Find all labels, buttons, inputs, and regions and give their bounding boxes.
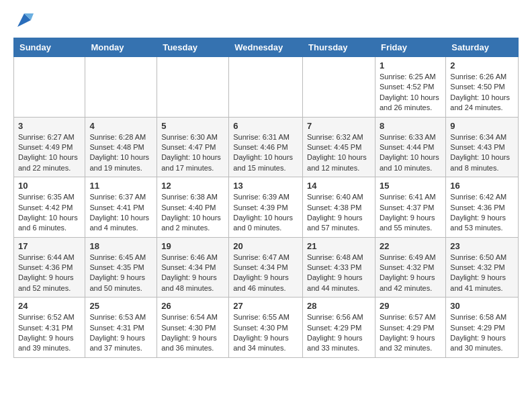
calendar-cell: 25Sunrise: 6:53 AMSunset: 4:31 PMDayligh… bbox=[85, 298, 157, 358]
day-info: Sunrise: 6:44 AMSunset: 4:36 PMDaylight:… bbox=[18, 253, 81, 294]
day-info: Sunrise: 6:40 AMSunset: 4:38 PMDaylight:… bbox=[307, 192, 371, 234]
day-info: Sunrise: 6:49 AMSunset: 4:32 PMDaylight:… bbox=[380, 253, 441, 294]
calendar-cell: 19Sunrise: 6:46 AMSunset: 4:34 PMDayligh… bbox=[157, 237, 229, 298]
day-info: Sunrise: 6:27 AMSunset: 4:49 PMDaylight:… bbox=[18, 132, 81, 174]
day-number: 27 bbox=[233, 301, 298, 311]
day-info: Sunrise: 6:54 AMSunset: 4:30 PMDaylight:… bbox=[161, 312, 224, 354]
day-number: 9 bbox=[450, 121, 514, 131]
calendar-week-row: 10Sunrise: 6:35 AMSunset: 4:42 PMDayligh… bbox=[14, 177, 519, 238]
calendar-cell: 22Sunrise: 6:49 AMSunset: 4:32 PMDayligh… bbox=[375, 237, 445, 298]
day-info: Sunrise: 6:57 AMSunset: 4:29 PMDaylight:… bbox=[380, 312, 441, 354]
day-info: Sunrise: 6:45 AMSunset: 4:35 PMDaylight:… bbox=[89, 253, 152, 294]
day-info: Sunrise: 6:47 AMSunset: 4:34 PMDaylight:… bbox=[233, 253, 298, 294]
day-number: 30 bbox=[450, 301, 514, 311]
calendar-cell: 7Sunrise: 6:32 AMSunset: 4:45 PMDaylight… bbox=[303, 117, 375, 177]
calendar-cell: 11Sunrise: 6:37 AMSunset: 4:41 PMDayligh… bbox=[85, 177, 157, 238]
calendar-cell bbox=[14, 57, 85, 118]
calendar-cell: 23Sunrise: 6:50 AMSunset: 4:32 PMDayligh… bbox=[446, 237, 519, 298]
day-info: Sunrise: 6:33 AMSunset: 4:44 PMDaylight:… bbox=[380, 132, 441, 174]
day-number: 13 bbox=[233, 181, 298, 191]
day-info: Sunrise: 6:41 AMSunset: 4:37 PMDaylight:… bbox=[380, 192, 441, 234]
calendar-cell: 29Sunrise: 6:57 AMSunset: 4:29 PMDayligh… bbox=[375, 298, 445, 358]
page: SundayMondayTuesdayWednesdayThursdayFrid… bbox=[0, 0, 532, 369]
calendar-cell: 9Sunrise: 6:34 AMSunset: 4:43 PMDaylight… bbox=[446, 117, 519, 177]
day-info: Sunrise: 6:56 AMSunset: 4:29 PMDaylight:… bbox=[307, 312, 371, 354]
day-info: Sunrise: 6:30 AMSunset: 4:47 PMDaylight:… bbox=[161, 132, 224, 174]
day-number: 26 bbox=[161, 301, 224, 311]
day-info: Sunrise: 6:48 AMSunset: 4:33 PMDaylight:… bbox=[307, 253, 371, 294]
logo-icon bbox=[15, 11, 34, 30]
day-number: 24 bbox=[18, 301, 81, 311]
day-number: 1 bbox=[380, 60, 441, 71]
calendar-cell: 6Sunrise: 6:31 AMSunset: 4:46 PMDaylight… bbox=[229, 117, 303, 177]
day-info: Sunrise: 6:39 AMSunset: 4:39 PMDaylight:… bbox=[233, 192, 298, 234]
day-number: 19 bbox=[161, 241, 224, 251]
day-info: Sunrise: 6:38 AMSunset: 4:40 PMDaylight:… bbox=[161, 192, 224, 234]
calendar-cell: 15Sunrise: 6:41 AMSunset: 4:37 PMDayligh… bbox=[375, 177, 445, 238]
day-number: 8 bbox=[380, 121, 441, 131]
day-number: 10 bbox=[18, 181, 81, 191]
day-number: 21 bbox=[307, 241, 371, 251]
calendar-cell bbox=[303, 57, 375, 118]
weekday-header: Wednesday bbox=[229, 38, 303, 57]
day-number: 5 bbox=[161, 121, 224, 131]
day-info: Sunrise: 6:55 AMSunset: 4:30 PMDaylight:… bbox=[233, 312, 298, 354]
calendar-cell bbox=[157, 57, 229, 118]
calendar-cell: 5Sunrise: 6:30 AMSunset: 4:47 PMDaylight… bbox=[157, 117, 229, 177]
calendar-cell: 30Sunrise: 6:58 AMSunset: 4:29 PMDayligh… bbox=[446, 298, 519, 358]
header bbox=[13, 11, 519, 30]
day-info: Sunrise: 6:31 AMSunset: 4:46 PMDaylight:… bbox=[233, 132, 298, 174]
calendar-cell: 13Sunrise: 6:39 AMSunset: 4:39 PMDayligh… bbox=[229, 177, 303, 238]
calendar-table: SundayMondayTuesdayWednesdayThursdayFrid… bbox=[13, 38, 519, 358]
calendar-cell: 28Sunrise: 6:56 AMSunset: 4:29 PMDayligh… bbox=[303, 298, 375, 358]
calendar-cell: 18Sunrise: 6:45 AMSunset: 4:35 PMDayligh… bbox=[85, 237, 157, 298]
day-number: 20 bbox=[233, 241, 298, 251]
calendar-week-row: 1Sunrise: 6:25 AMSunset: 4:52 PMDaylight… bbox=[14, 57, 519, 118]
day-number: 28 bbox=[307, 301, 371, 311]
day-info: Sunrise: 6:52 AMSunset: 4:31 PMDaylight:… bbox=[18, 312, 81, 354]
calendar-cell: 3Sunrise: 6:27 AMSunset: 4:49 PMDaylight… bbox=[14, 117, 85, 177]
day-number: 17 bbox=[18, 241, 81, 251]
day-info: Sunrise: 6:58 AMSunset: 4:29 PMDaylight:… bbox=[450, 312, 514, 354]
day-info: Sunrise: 6:53 AMSunset: 4:31 PMDaylight:… bbox=[89, 312, 152, 354]
calendar-cell: 4Sunrise: 6:28 AMSunset: 4:48 PMDaylight… bbox=[85, 117, 157, 177]
day-number: 6 bbox=[233, 121, 298, 131]
weekday-header: Sunday bbox=[14, 38, 85, 57]
weekday-header: Friday bbox=[375, 38, 445, 57]
calendar-cell: 21Sunrise: 6:48 AMSunset: 4:33 PMDayligh… bbox=[303, 237, 375, 298]
day-info: Sunrise: 6:50 AMSunset: 4:32 PMDaylight:… bbox=[450, 253, 514, 294]
calendar-cell: 26Sunrise: 6:54 AMSunset: 4:30 PMDayligh… bbox=[157, 298, 229, 358]
calendar-week-row: 3Sunrise: 6:27 AMSunset: 4:49 PMDaylight… bbox=[14, 117, 519, 177]
day-number: 14 bbox=[307, 181, 371, 191]
weekday-header: Tuesday bbox=[157, 38, 229, 57]
day-number: 16 bbox=[450, 181, 514, 191]
day-number: 11 bbox=[89, 181, 152, 191]
calendar-header-row: SundayMondayTuesdayWednesdayThursdayFrid… bbox=[14, 38, 519, 57]
calendar-cell: 17Sunrise: 6:44 AMSunset: 4:36 PMDayligh… bbox=[14, 237, 85, 298]
day-info: Sunrise: 6:46 AMSunset: 4:34 PMDaylight:… bbox=[161, 253, 224, 294]
day-number: 12 bbox=[161, 181, 224, 191]
day-info: Sunrise: 6:42 AMSunset: 4:36 PMDaylight:… bbox=[450, 192, 514, 234]
calendar-week-row: 24Sunrise: 6:52 AMSunset: 4:31 PMDayligh… bbox=[14, 298, 519, 358]
day-info: Sunrise: 6:26 AMSunset: 4:50 PMDaylight:… bbox=[450, 72, 514, 113]
day-number: 3 bbox=[18, 121, 81, 131]
calendar-cell: 24Sunrise: 6:52 AMSunset: 4:31 PMDayligh… bbox=[14, 298, 85, 358]
calendar-cell: 1Sunrise: 6:25 AMSunset: 4:52 PMDaylight… bbox=[375, 57, 445, 118]
calendar-cell: 2Sunrise: 6:26 AMSunset: 4:50 PMDaylight… bbox=[446, 57, 519, 118]
day-info: Sunrise: 6:34 AMSunset: 4:43 PMDaylight:… bbox=[450, 132, 514, 174]
day-info: Sunrise: 6:35 AMSunset: 4:42 PMDaylight:… bbox=[18, 192, 81, 234]
weekday-header: Thursday bbox=[303, 38, 375, 57]
calendar-cell: 10Sunrise: 6:35 AMSunset: 4:42 PMDayligh… bbox=[14, 177, 85, 238]
calendar-cell bbox=[85, 57, 157, 118]
calendar-cell: 8Sunrise: 6:33 AMSunset: 4:44 PMDaylight… bbox=[375, 117, 445, 177]
day-number: 25 bbox=[89, 301, 152, 311]
day-info: Sunrise: 6:37 AMSunset: 4:41 PMDaylight:… bbox=[89, 192, 152, 234]
day-number: 7 bbox=[307, 121, 371, 131]
day-number: 4 bbox=[89, 121, 152, 131]
calendar-cell: 16Sunrise: 6:42 AMSunset: 4:36 PMDayligh… bbox=[446, 177, 519, 238]
weekday-header: Saturday bbox=[446, 38, 519, 57]
day-number: 29 bbox=[380, 301, 441, 311]
day-number: 2 bbox=[450, 60, 514, 71]
calendar-cell bbox=[229, 57, 303, 118]
day-number: 15 bbox=[380, 181, 441, 191]
